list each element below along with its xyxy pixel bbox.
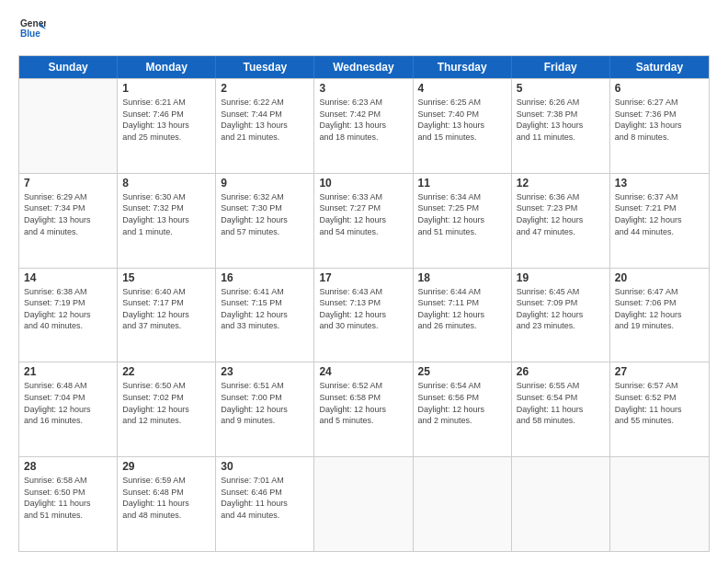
cell-info: Sunrise: 6:40 AM Sunset: 7:17 PM Dayligh… xyxy=(122,286,210,332)
header-day-sunday: Sunday xyxy=(19,56,118,78)
cell-info: Sunrise: 6:59 AM Sunset: 6:48 PM Dayligh… xyxy=(122,475,210,521)
calendar-cell: 12Sunrise: 6:36 AM Sunset: 7:23 PM Dayli… xyxy=(512,174,610,268)
calendar-cell: 27Sunrise: 6:57 AM Sunset: 6:52 PM Dayli… xyxy=(610,362,709,456)
cell-info: Sunrise: 6:36 AM Sunset: 7:23 PM Dayligh… xyxy=(517,191,605,237)
day-number: 15 xyxy=(122,271,210,284)
cell-info: Sunrise: 6:21 AM Sunset: 7:46 PM Dayligh… xyxy=(122,97,210,143)
calendar-cell xyxy=(610,457,709,551)
calendar-cell: 22Sunrise: 6:50 AM Sunset: 7:02 PM Dayli… xyxy=(118,362,216,456)
cell-info: Sunrise: 6:29 AM Sunset: 7:34 PM Dayligh… xyxy=(24,191,112,237)
header-day-saturday: Saturday xyxy=(610,56,709,78)
cell-info: Sunrise: 6:55 AM Sunset: 6:54 PM Dayligh… xyxy=(517,380,605,426)
cell-info: Sunrise: 6:27 AM Sunset: 7:36 PM Dayligh… xyxy=(615,97,704,143)
cell-info: Sunrise: 6:43 AM Sunset: 7:13 PM Dayligh… xyxy=(319,286,407,332)
page: General Blue SundayMondayTuesdayWednesda… xyxy=(0,0,728,563)
calendar-row-2: 14Sunrise: 6:38 AM Sunset: 7:19 PM Dayli… xyxy=(19,268,709,362)
cell-info: Sunrise: 6:48 AM Sunset: 7:04 PM Dayligh… xyxy=(24,380,112,426)
day-number: 17 xyxy=(319,271,407,284)
day-number: 28 xyxy=(24,460,112,473)
day-number: 8 xyxy=(122,177,210,190)
svg-text:Blue: Blue xyxy=(20,29,40,39)
calendar-cell: 26Sunrise: 6:55 AM Sunset: 6:54 PM Dayli… xyxy=(512,362,610,456)
header-day-friday: Friday xyxy=(512,56,610,78)
logo: General Blue xyxy=(18,17,46,46)
day-number: 1 xyxy=(122,82,210,95)
calendar-body: 1Sunrise: 6:21 AM Sunset: 7:46 PM Daylig… xyxy=(19,78,709,551)
calendar-cell: 5Sunrise: 6:26 AM Sunset: 7:38 PM Daylig… xyxy=(512,79,610,173)
cell-info: Sunrise: 6:58 AM Sunset: 6:50 PM Dayligh… xyxy=(24,475,112,521)
calendar-cell: 30Sunrise: 7:01 AM Sunset: 6:46 PM Dayli… xyxy=(216,457,314,551)
day-number: 4 xyxy=(418,82,506,95)
header-day-wednesday: Wednesday xyxy=(314,56,413,78)
cell-info: Sunrise: 6:45 AM Sunset: 7:09 PM Dayligh… xyxy=(517,286,605,332)
calendar-cell: 7Sunrise: 6:29 AM Sunset: 7:34 PM Daylig… xyxy=(19,174,118,268)
calendar-cell: 4Sunrise: 6:25 AM Sunset: 7:40 PM Daylig… xyxy=(414,79,512,173)
calendar-header: SundayMondayTuesdayWednesdayThursdayFrid… xyxy=(19,56,709,78)
day-number: 11 xyxy=(418,177,506,190)
cell-info: Sunrise: 6:22 AM Sunset: 7:44 PM Dayligh… xyxy=(221,97,309,143)
header-day-monday: Monday xyxy=(118,56,216,78)
day-number: 23 xyxy=(221,365,309,378)
day-number: 20 xyxy=(615,271,704,284)
cell-info: Sunrise: 6:52 AM Sunset: 6:58 PM Dayligh… xyxy=(319,380,407,426)
cell-info: Sunrise: 6:54 AM Sunset: 6:56 PM Dayligh… xyxy=(418,380,506,426)
calendar-cell: 17Sunrise: 6:43 AM Sunset: 7:13 PM Dayli… xyxy=(314,269,413,362)
day-number: 25 xyxy=(418,365,506,378)
calendar-cell: 14Sunrise: 6:38 AM Sunset: 7:19 PM Dayli… xyxy=(19,269,118,362)
day-number: 6 xyxy=(615,82,704,95)
day-number: 13 xyxy=(615,177,704,190)
day-number: 2 xyxy=(221,82,309,95)
calendar-row-1: 7Sunrise: 6:29 AM Sunset: 7:34 PM Daylig… xyxy=(19,173,709,268)
day-number: 3 xyxy=(319,82,407,95)
calendar-cell: 21Sunrise: 6:48 AM Sunset: 7:04 PM Dayli… xyxy=(19,362,118,456)
calendar-cell: 10Sunrise: 6:33 AM Sunset: 7:27 PM Dayli… xyxy=(314,174,413,268)
day-number: 10 xyxy=(319,177,407,190)
calendar-cell: 16Sunrise: 6:41 AM Sunset: 7:15 PM Dayli… xyxy=(216,269,314,362)
calendar-cell: 13Sunrise: 6:37 AM Sunset: 7:21 PM Dayli… xyxy=(610,174,709,268)
cell-info: Sunrise: 7:01 AM Sunset: 6:46 PM Dayligh… xyxy=(221,475,309,521)
calendar-cell xyxy=(512,457,610,551)
cell-info: Sunrise: 6:34 AM Sunset: 7:25 PM Dayligh… xyxy=(418,191,506,237)
cell-info: Sunrise: 6:32 AM Sunset: 7:30 PM Dayligh… xyxy=(221,191,309,237)
calendar-cell: 3Sunrise: 6:23 AM Sunset: 7:42 PM Daylig… xyxy=(314,79,413,173)
day-number: 27 xyxy=(615,365,704,378)
calendar-cell: 6Sunrise: 6:27 AM Sunset: 7:36 PM Daylig… xyxy=(610,79,709,173)
cell-info: Sunrise: 6:26 AM Sunset: 7:38 PM Dayligh… xyxy=(517,97,605,143)
day-number: 30 xyxy=(221,460,309,473)
calendar-cell xyxy=(414,457,512,551)
day-number: 24 xyxy=(319,365,407,378)
cell-info: Sunrise: 6:23 AM Sunset: 7:42 PM Dayligh… xyxy=(319,97,407,143)
day-number: 18 xyxy=(418,271,506,284)
cell-info: Sunrise: 6:38 AM Sunset: 7:19 PM Dayligh… xyxy=(24,286,112,332)
calendar-cell: 18Sunrise: 6:44 AM Sunset: 7:11 PM Dayli… xyxy=(414,269,512,362)
header-day-thursday: Thursday xyxy=(414,56,512,78)
day-number: 12 xyxy=(517,177,605,190)
day-number: 14 xyxy=(24,271,112,284)
logo-icon: General Blue xyxy=(20,17,46,42)
calendar-cell: 24Sunrise: 6:52 AM Sunset: 6:58 PM Dayli… xyxy=(314,362,413,456)
calendar-cell: 20Sunrise: 6:47 AM Sunset: 7:06 PM Dayli… xyxy=(610,269,709,362)
calendar-cell: 19Sunrise: 6:45 AM Sunset: 7:09 PM Dayli… xyxy=(512,269,610,362)
day-number: 26 xyxy=(517,365,605,378)
calendar: SundayMondayTuesdayWednesdayThursdayFrid… xyxy=(18,55,710,552)
calendar-cell: 11Sunrise: 6:34 AM Sunset: 7:25 PM Dayli… xyxy=(414,174,512,268)
calendar-cell: 23Sunrise: 6:51 AM Sunset: 7:00 PM Dayli… xyxy=(216,362,314,456)
day-number: 7 xyxy=(24,177,112,190)
day-number: 22 xyxy=(122,365,210,378)
calendar-cell: 9Sunrise: 6:32 AM Sunset: 7:30 PM Daylig… xyxy=(216,174,314,268)
day-number: 9 xyxy=(221,177,309,190)
day-number: 29 xyxy=(122,460,210,473)
calendar-cell xyxy=(314,457,413,551)
header: General Blue xyxy=(18,17,710,46)
calendar-cell: 8Sunrise: 6:30 AM Sunset: 7:32 PM Daylig… xyxy=(118,174,216,268)
calendar-cell: 2Sunrise: 6:22 AM Sunset: 7:44 PM Daylig… xyxy=(216,79,314,173)
calendar-cell xyxy=(19,79,118,173)
cell-info: Sunrise: 6:30 AM Sunset: 7:32 PM Dayligh… xyxy=(122,191,210,237)
cell-info: Sunrise: 6:57 AM Sunset: 6:52 PM Dayligh… xyxy=(615,380,704,426)
cell-info: Sunrise: 6:33 AM Sunset: 7:27 PM Dayligh… xyxy=(319,191,407,237)
cell-info: Sunrise: 6:37 AM Sunset: 7:21 PM Dayligh… xyxy=(615,191,704,237)
calendar-row-0: 1Sunrise: 6:21 AM Sunset: 7:46 PM Daylig… xyxy=(19,78,709,173)
calendar-cell: 28Sunrise: 6:58 AM Sunset: 6:50 PM Dayli… xyxy=(19,457,118,551)
day-number: 21 xyxy=(24,365,112,378)
day-number: 16 xyxy=(221,271,309,284)
